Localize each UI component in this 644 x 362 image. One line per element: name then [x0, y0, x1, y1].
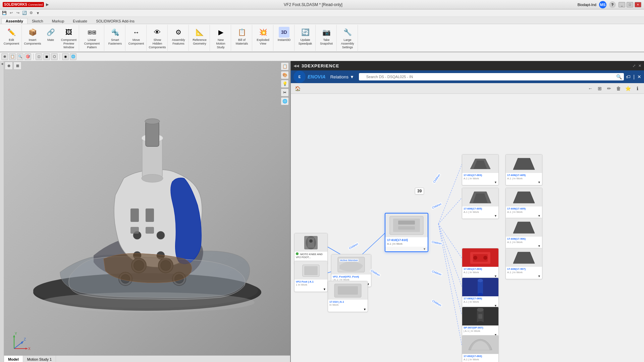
action-info[interactable]: ℹ — [633, 84, 641, 93]
mate-button[interactable]: 🔗 Mate — [42, 25, 59, 46]
action-trash[interactable]: 🗑 — [614, 84, 623, 93]
far-4-expand[interactable]: ▼ — [538, 275, 541, 279]
view-orientation[interactable]: 🎯 — [24, 53, 31, 60]
action-star[interactable]: ⭐ — [624, 84, 632, 93]
17-610-selected-card[interactable]: 17-610(17-610) A.1 | In Work ▼ — [385, 213, 428, 252]
restore-button[interactable]: ✕ — [635, 2, 641, 7]
far-1-expand[interactable]: ▼ — [538, 181, 541, 185]
ribbon-group-bom: 📋 Bill of Materials — [232, 25, 252, 51]
vp-realview[interactable]: 💡 — [281, 80, 289, 88]
panel-graph-content[interactable]: 39 MOTO KNEE AND VF2 FOOT... — [291, 94, 644, 362]
minimize-button[interactable]: _ — [619, 2, 625, 7]
smart-fasteners-button[interactable]: 🔩 Smart Fasteners — [106, 25, 124, 47]
tab-sketch[interactable]: Sketch — [28, 18, 48, 24]
17-608-far-2[interactable]: 17-608(17-605) A.1 | In Work ▼ — [505, 188, 542, 219]
reference-geometry-button[interactable]: 📐 Reference Geometry — [191, 25, 208, 47]
17-001-top-card[interactable]: 17-001(17-003) A.1 | In Work ▼ — [462, 154, 499, 185]
user-avatar[interactable]: MS — [599, 1, 606, 8]
component-preview-button[interactable]: 🖼 Component Preview Window — [60, 25, 77, 50]
vf2-foot-expand[interactable]: ▼ — [323, 288, 326, 291]
options-button[interactable]: ⚙ — [28, 10, 34, 16]
17-610-expand[interactable]: ▼ — [423, 247, 426, 251]
tab-assembly[interactable]: Assembly — [1, 18, 28, 24]
17-608-far-1[interactable]: 17-608(17-605) A.1 | In Work ▼ — [505, 154, 542, 185]
vp-view-orient[interactable]: ⊞ — [13, 62, 21, 70]
17-010-card[interactable]: 17-010 | A.1 In Work ▼ — [328, 281, 368, 312]
linear-component-pattern-button[interactable]: ⊞⊞ Linear Component Pattern — [81, 25, 103, 50]
action-edit[interactable]: ✏ — [605, 84, 613, 93]
maximize-button[interactable]: □ — [627, 2, 633, 7]
action-arrow-left[interactable]: ← — [586, 84, 594, 93]
vp-globe[interactable]: 🌐 — [281, 97, 289, 105]
undo-button[interactable]: ↩ — [8, 10, 14, 16]
instant3d-button[interactable]: 3D Instant3D — [275, 25, 293, 46]
17-608-1-expand[interactable]: ▼ — [494, 214, 497, 218]
ribbon-group-fasteners: 🔩 Smart Fasteners — [105, 25, 125, 51]
far-2-expand[interactable]: ▼ — [538, 214, 541, 218]
17-001-red-card[interactable]: 17-001(17-003) A.1 | In Work ▼ — [462, 248, 499, 279]
ribbon-area: 💾 ↩ ↪ 🔄 ⚙ ▼ Assembly Sketch Markup Evalu… — [0, 9, 644, 52]
move-component-button[interactable]: ↔ Move Component — [127, 25, 145, 47]
display-mode2[interactable]: ◼ — [43, 53, 50, 60]
tab-model[interactable]: Model — [4, 356, 23, 362]
17-608-far-3[interactable]: 17-608(17-506) A.1 | In Work ▼ — [505, 218, 542, 249]
display-mode[interactable]: ◻ — [36, 53, 42, 60]
tab-evaluate[interactable]: Evaluate — [68, 18, 92, 24]
relations-button[interactable]: Relations ▼ — [328, 73, 357, 80]
tab-motion-study[interactable]: Motion Study 1 — [23, 356, 56, 362]
insert-components-button[interactable]: 📦 Insert Components — [24, 25, 41, 47]
view-zoom[interactable]: 🔍 — [17, 53, 23, 60]
qat-expand-button[interactable]: ▼ — [35, 10, 41, 16]
vp-display-manager[interactable]: 📋 — [281, 62, 289, 70]
save-button[interactable]: 💾 — [1, 10, 7, 16]
bill-of-materials-button[interactable]: 📋 Bill of Materials — [233, 25, 251, 47]
view-selector[interactable]: ⊕ — [1, 53, 8, 60]
17-089-card[interactable]: 17-089(17-089) A.1 | In Work ▼ — [462, 278, 499, 309]
take-snapshot-button[interactable]: 📷 Take Snapshot — [318, 25, 335, 47]
vp-fit-button[interactable]: ⊕ — [5, 62, 13, 70]
moto-knee-card[interactable]: MOTO KNEE AND VF2 FOOT... ▼ — [294, 233, 328, 264]
tab-addins[interactable]: SOLIDWORKS Add-Ins — [92, 18, 139, 24]
vp-appearances[interactable]: 🎨 — [281, 71, 289, 79]
panel-expand-icon[interactable]: ⤢ — [633, 64, 636, 68]
large-assembly-settings-button[interactable]: 🔧 Large Assembly Settings — [339, 25, 356, 50]
17-608-1-card[interactable]: 17-608(17-605) A.1 | In Work ▼ — [462, 188, 499, 219]
17-002-card[interactable]: 17-002(17-002) A.1 | In Work ▼ — [462, 335, 499, 362]
far-3-expand[interactable]: ▼ — [538, 244, 541, 248]
assembly-features-label: Assembly Features — [171, 38, 186, 46]
svg-rect-60 — [478, 281, 483, 295]
panel-search-input[interactable] — [364, 74, 612, 80]
panel-close-button[interactable]: ✕ — [638, 64, 641, 68]
viewport-3d[interactable]: ⊕ ⊞ 📋 🎨 💡 ✂ 🌐 — [4, 61, 291, 362]
tag-icon[interactable]: 🏷 — [626, 74, 631, 79]
action-grid[interactable]: ⊞ — [596, 84, 604, 93]
tab-markup[interactable]: Markup — [48, 18, 69, 24]
exploded-view-button[interactable]: 💥 Exploded View — [254, 25, 272, 47]
rebuild-button[interactable]: 🔄 — [21, 10, 28, 16]
help-button[interactable]: ? — [609, 1, 616, 8]
svg-point-58 — [473, 256, 477, 260]
ribbon-group-reference: 📐 Reference Geometry — [190, 25, 210, 51]
vp-section-view[interactable]: ✂ — [281, 88, 289, 97]
home-icon[interactable]: 🏠 — [293, 84, 302, 93]
show-hidden-components-button[interactable]: 👁 Show Hidden Components — [149, 25, 166, 50]
17-001-top-expand[interactable]: ▼ — [494, 181, 497, 185]
redo-button[interactable]: ↪ — [15, 10, 21, 16]
panel-collapse-btn[interactable]: ◀◀ — [293, 64, 299, 68]
17-608-far-4[interactable]: 17-608(17-507) A.1 | In Work ▼ — [505, 248, 542, 279]
search-icon[interactable]: 🔍 — [616, 74, 622, 79]
panel-x-button[interactable]: ✕ — [637, 74, 641, 79]
17-010-expand[interactable]: ▼ — [363, 308, 366, 311]
sp-007-card[interactable]: SP-007(SP-007) | A.1 | In Work ▼ — [462, 307, 499, 338]
edit-component-button[interactable]: ✏️ Edit Component — [3, 25, 20, 47]
sw-logo: SOLIDWORKS Connected — [3, 2, 44, 7]
section-view[interactable]: 📋 — [9, 53, 16, 60]
render-mode[interactable]: ◉ — [62, 53, 69, 60]
new-motion-study-button[interactable]: ▶ New Motion Study — [212, 25, 229, 50]
update-speedpak-button[interactable]: 🔄 Update Speedpak — [297, 25, 314, 47]
floor-shadows[interactable]: 🌐 — [70, 53, 76, 60]
assembly-features-button[interactable]: ⚙ Assembly Features — [170, 25, 187, 47]
display-edges[interactable]: ⬡ — [51, 53, 58, 60]
left-sidebar-collapse[interactable]: ◀ — [0, 61, 4, 362]
vf2-foot-asm-card[interactable]: VF2 Foot | A.1 1 In Work ▼ — [294, 261, 328, 292]
